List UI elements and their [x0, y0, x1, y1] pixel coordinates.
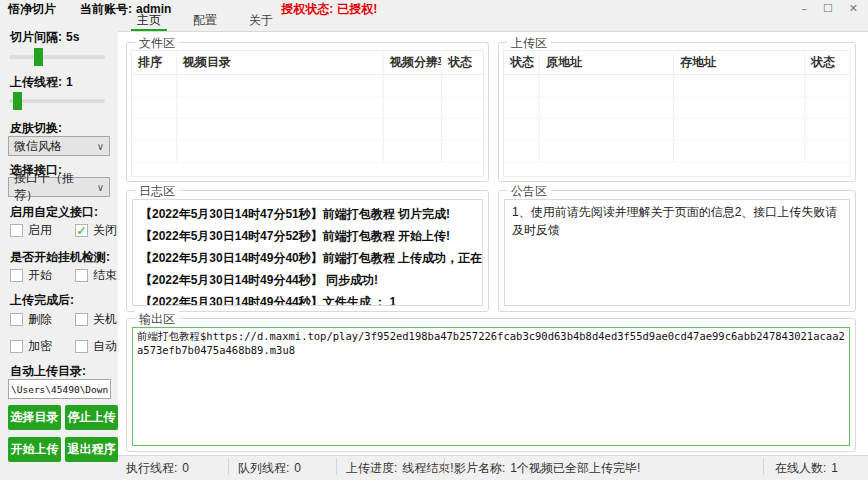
start-checkbox[interactable] — [10, 269, 23, 282]
auto-checkbox[interactable] — [75, 340, 88, 353]
output-area-title: 输出区 — [135, 311, 179, 328]
enable-checkbox[interactable] — [10, 224, 23, 237]
slice-interval-slider[interactable] — [9, 48, 105, 66]
close-icon[interactable]: ✕ — [849, 4, 858, 14]
tab-config[interactable]: 配置 — [187, 12, 223, 31]
status-separator — [763, 458, 764, 475]
slider-handle[interactable] — [34, 48, 43, 66]
end-checkbox[interactable] — [75, 269, 88, 282]
skin-select-value: 微信风格 — [14, 138, 62, 155]
shutdown-checkbox[interactable] — [75, 313, 88, 326]
output-area-panel: 输出区 前端打包教程$https://d.maxmi.top/play/3f95… — [126, 318, 856, 452]
api-select-value: 接口十（推荐） — [14, 170, 97, 204]
upload-table[interactable]: 状态 原地址 存地址 状态 — [503, 50, 851, 177]
select-dir-button[interactable]: 选择目录 — [8, 405, 61, 430]
file-table[interactable]: 排序 视频目录 视频分辨率 状态 — [131, 50, 484, 177]
minimize-icon[interactable]: – — [801, 4, 807, 14]
notice-box: 1、使用前请先阅读并理解关于页面的信息2、接口上传失败请及时反馈 — [504, 199, 850, 306]
sidebar: 切片间隔:5s 上传线程:1 皮肤切换: 微信风格 ∨ 选择接口: 接口十（推荐… — [0, 16, 118, 480]
notice-text: 1、使用前请先阅读并理解关于页面的信息2、接口上传失败请及时反馈 — [512, 203, 842, 239]
log-line: 【2022年5月30日14时49分40秒】前端打包教程 上传成功，正在同步云端，… — [140, 247, 475, 269]
column-header: 视频目录 — [177, 51, 384, 74]
custom-api-label: 启用自定义接口: — [10, 204, 98, 221]
start-checkbox-label: 开始 — [28, 267, 52, 284]
maximize-icon[interactable]: ☐ — [823, 4, 833, 14]
stop-upload-button[interactable]: 停止上传 — [65, 405, 118, 430]
window-controls: – ☐ ✕ — [801, 4, 862, 14]
queue-threads-value: 0 — [294, 461, 301, 475]
auto-dir-input[interactable] — [8, 379, 111, 399]
slider-handle[interactable] — [13, 92, 22, 110]
account-label: 当前账号: — [80, 2, 132, 16]
close-checkbox-label: 关闭 — [93, 222, 117, 239]
table-row — [504, 119, 850, 141]
table-row — [132, 119, 483, 141]
log-box[interactable]: 【2022年5月30日14时47分51秒】前端打包教程 切片完成! 【2022年… — [132, 199, 483, 306]
upload-threads-label: 上传线程:1 — [10, 74, 73, 91]
auto-dir-label: 自动上传目录: — [10, 363, 86, 380]
log-line: 【2022年5月30日14时47分52秒】前端打包教程 开始上传! — [140, 225, 475, 247]
table-row — [132, 97, 483, 119]
app-window: 悟净切片 当前账号:admin 授权状态:已授权! – ☐ ✕ 切片间隔:5s … — [0, 0, 868, 480]
upload-progress-value: 线程结束! — [402, 461, 453, 475]
app-title: 悟净切片 — [8, 1, 56, 18]
slider-track — [9, 55, 105, 59]
file-table-header: 排序 视频目录 视频分辨率 状态 — [132, 51, 483, 75]
enable-checkbox-label: 启用 — [28, 222, 52, 239]
exit-button[interactable]: 退出程序 — [65, 437, 118, 462]
log-line: 【2022年5月30日14时49分44秒】文件生成 ： 1 — [140, 291, 475, 306]
after-upload-checkbox-row-1: 删除 关机 — [10, 311, 117, 328]
status-separator — [228, 458, 229, 475]
log-area-title: 日志区 — [135, 183, 179, 200]
auth-status-label: 授权状态: — [281, 2, 333, 16]
delete-checkbox-label: 删除 — [28, 311, 52, 328]
column-header: 存地址 — [674, 51, 805, 74]
end-checkbox-label: 结束 — [93, 267, 117, 284]
check-icon: ✓ — [76, 226, 86, 236]
upload-threads-value: 1 — [66, 75, 73, 89]
table-row — [132, 141, 483, 163]
skin-label: 皮肤切换: — [10, 120, 62, 137]
upload-area-panel: 上传区 状态 原地址 存地址 状态 — [498, 42, 856, 182]
tab-home[interactable]: 主页 — [131, 12, 167, 31]
status-separator — [444, 458, 445, 475]
tab-about[interactable]: 关于 — [243, 12, 279, 31]
after-upload-label: 上传完成后: — [10, 292, 74, 309]
movie-name-value: 1个视频已全部上传完毕! — [510, 461, 640, 475]
delete-checkbox[interactable] — [10, 313, 23, 326]
auth-status: 授权状态:已授权! — [281, 1, 377, 18]
online-users-status: 在线人数:1 — [775, 460, 838, 477]
table-row — [132, 75, 483, 97]
tabbar: 主页 配置 关于 — [118, 16, 868, 32]
chevron-down-icon: ∨ — [97, 141, 104, 152]
custom-api-checkbox-row: 启用 ✓ 关闭 — [10, 222, 117, 239]
column-header: 状态 — [442, 51, 483, 74]
hangup-checkbox-row: 开始 结束 — [10, 267, 117, 284]
file-area-panel: 文件区 排序 视频目录 视频分辨率 状态 — [126, 42, 489, 182]
output-box[interactable]: 前端打包教程$https://d.maxmi.top/play/3f952ed1… — [132, 327, 850, 446]
table-row — [504, 75, 850, 97]
hangup-detect-label: 是否开始挂机检测: — [10, 249, 110, 266]
auth-status-value: 已授权! — [337, 2, 377, 16]
output-url-text: 前端打包教程$https://d.maxmi.top/play/3f952ed1… — [137, 329, 845, 357]
queue-threads-status: 队列线程:0 — [238, 460, 301, 477]
upload-threads-slider[interactable] — [9, 92, 105, 110]
shutdown-checkbox-label: 关机 — [93, 311, 117, 328]
slider-track — [9, 99, 105, 103]
encrypt-checkbox[interactable] — [10, 340, 23, 353]
after-upload-checkbox-row-2: 加密 自动 — [10, 338, 117, 355]
notice-area-title: 公告区 — [507, 183, 551, 200]
skin-select[interactable]: 微信风格 ∨ — [8, 136, 110, 156]
auto-checkbox-label: 自动 — [93, 338, 117, 355]
api-select[interactable]: 接口十（推荐） ∨ — [8, 177, 110, 197]
upload-table-header: 状态 原地址 存地址 状态 — [504, 51, 850, 75]
close-checkbox[interactable]: ✓ — [75, 224, 88, 237]
log-line: 【2022年5月30日14时47分51秒】前端打包教程 切片完成! — [140, 203, 475, 225]
upload-progress-status: 上传进度:线程结束! — [346, 460, 454, 477]
exec-threads-value: 0 — [182, 461, 189, 475]
online-users-value: 1 — [831, 461, 838, 475]
start-upload-button[interactable]: 开始上传 — [8, 437, 61, 462]
slice-interval-label: 切片间隔:5s — [10, 29, 79, 46]
encrypt-checkbox-label: 加密 — [28, 338, 52, 355]
movie-name-status: 影片名称:1个视频已全部上传完毕! — [454, 460, 640, 477]
